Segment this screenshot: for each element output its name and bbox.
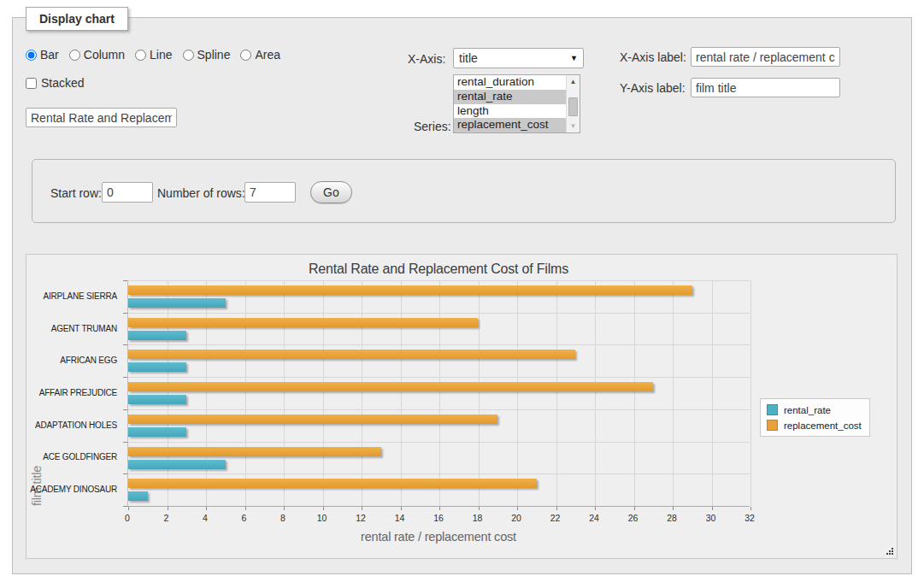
y-tick-mark	[123, 344, 127, 345]
radio-label: Spline	[197, 48, 231, 62]
bar-replacement_cost	[128, 285, 692, 295]
x-axis-line	[127, 506, 750, 507]
bar-rental_rate	[128, 427, 186, 437]
grid-line	[634, 280, 635, 506]
grid-line	[245, 280, 246, 506]
y-tick-mark	[123, 280, 127, 281]
rows-panel: Start row: Number of rows: Go	[32, 159, 896, 223]
legend-swatch-icon	[767, 404, 778, 415]
grid-line	[401, 280, 402, 506]
series-option-rental_duration[interactable]: rental_duration	[454, 75, 566, 90]
x-tick-label: 8	[280, 513, 285, 523]
bar-rental_rate	[128, 395, 186, 404]
y-tick-mark	[123, 377, 127, 378]
grid-line	[556, 280, 557, 506]
x-tick-mark	[284, 507, 285, 510]
series-option-rental_rate[interactable]: rental_rate	[454, 90, 566, 104]
stacked-checkbox-row[interactable]: Stacked	[26, 76, 85, 90]
legend-label: rental_rate	[784, 405, 831, 415]
chart-title-input[interactable]	[26, 108, 177, 127]
bar-replacement_cost	[128, 318, 478, 327]
chart-type-line[interactable]: Line	[135, 48, 172, 62]
radio-icon[interactable]	[240, 50, 251, 61]
x-tick-mark	[634, 507, 635, 510]
y-axis-label-label: Y-Axis label:	[620, 81, 686, 95]
series-listbox-items: rental_durationrental_ratelengthreplacem…	[454, 75, 566, 132]
chevron-down-icon: ▼	[570, 54, 578, 62]
chart-type-radio-group: BarColumnLineSplineArea	[26, 48, 280, 62]
x-tick-label: 6	[242, 513, 247, 523]
x-tick-mark	[362, 507, 362, 510]
go-button[interactable]: Go	[310, 181, 352, 203]
series-listbox[interactable]: rental_durationrental_ratelengthreplacem…	[453, 74, 580, 133]
bar-replacement_cost	[128, 414, 497, 424]
chart-type-column[interactable]: Column	[69, 48, 125, 62]
chart-type-area[interactable]: Area	[240, 48, 280, 62]
series-option-replacement_cost[interactable]: replacement_cost	[454, 118, 566, 132]
x-axis-select-label: X-Axis:	[408, 52, 445, 66]
bar-rental_rate	[128, 331, 186, 340]
x-tick-mark	[595, 507, 596, 510]
scrollbar-down-icon[interactable]: ▼	[567, 120, 580, 132]
start-row-input[interactable]	[102, 182, 153, 203]
x-tick-mark	[206, 507, 207, 510]
start-row-label: Start row:	[50, 186, 102, 200]
x-tick-labels: 02468101214161820222426283032	[127, 513, 750, 524]
x-tick-label: 4	[203, 513, 208, 523]
grid-line	[128, 377, 750, 378]
x-tick-label: 18	[473, 513, 483, 523]
x-tick-label: 10	[317, 513, 327, 523]
x-tick-mark	[128, 507, 129, 510]
radio-icon[interactable]	[26, 50, 37, 61]
x-tick-mark	[479, 507, 480, 510]
bar-replacement_cost	[128, 479, 537, 488]
x-tick-mark	[323, 507, 324, 510]
grid-line	[712, 280, 713, 506]
x-tick-label: 2	[164, 513, 169, 523]
chart-type-bar[interactable]: Bar	[26, 48, 59, 62]
x-tick-label: 22	[550, 513, 561, 523]
x-axis-label-label: X-Axis label:	[620, 50, 686, 64]
radio-icon[interactable]	[183, 50, 194, 61]
category-label: ACADEMY DINOSAUR	[26, 485, 117, 494]
series-scrollbar[interactable]: ▲ ▼	[566, 75, 580, 132]
grid-line	[168, 280, 168, 506]
series-option-length[interactable]: length	[454, 104, 566, 119]
scrollbar-up-icon[interactable]: ▲	[567, 75, 580, 88]
x-tick-label: 26	[628, 513, 639, 523]
y-axis-label-input[interactable]	[691, 78, 840, 97]
x-tick-mark	[439, 507, 440, 510]
grid-line	[439, 280, 440, 506]
x-axis-title: rental rate / replacement cost	[127, 530, 750, 544]
grid-line	[128, 442, 750, 443]
radio-icon[interactable]	[69, 50, 80, 61]
x-axis-select[interactable]: title ▼	[453, 48, 584, 68]
plot-area	[127, 280, 750, 506]
bar-replacement_cost	[128, 382, 653, 391]
grid-line	[517, 280, 518, 506]
chart-type-spline[interactable]: Spline	[183, 48, 231, 62]
category-label: AGENT TRUMAN	[26, 324, 117, 333]
grid-line	[128, 409, 750, 410]
x-tick-label: 16	[433, 513, 444, 523]
resize-handle-icon[interactable]	[885, 546, 894, 556]
x-axis-label-input[interactable]	[691, 47, 840, 67]
stacked-checkbox[interactable]	[26, 78, 37, 89]
bar-rental_rate	[128, 362, 186, 372]
num-rows-input[interactable]	[244, 182, 296, 203]
x-tick-label: 14	[395, 513, 405, 523]
x-tick-label: 28	[667, 513, 677, 523]
grid-line	[128, 280, 750, 281]
x-tick-label: 12	[356, 513, 366, 523]
grid-line	[595, 280, 596, 506]
category-label: AIRPLANE SIERRA	[26, 291, 117, 301]
radio-icon[interactable]	[135, 50, 146, 61]
scrollbar-thumb[interactable]	[568, 97, 578, 116]
legend-item: rental_rate	[767, 404, 862, 415]
x-tick-mark	[168, 507, 168, 510]
x-axis-select-value: title	[459, 51, 478, 65]
x-tick-mark	[673, 507, 674, 510]
chart-title: Rental Rate and Replacement Cost of Film…	[127, 262, 750, 277]
chart-legend: rental_ratereplacement_cost	[760, 398, 870, 437]
bar-replacement_cost	[128, 350, 575, 359]
